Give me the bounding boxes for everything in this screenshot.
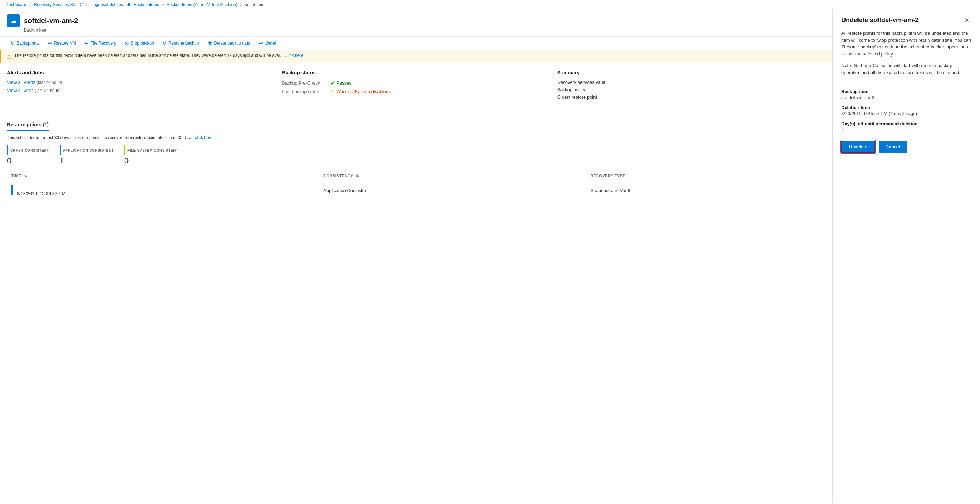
breadcrumb-dashboard[interactable]: Dashboard	[6, 2, 26, 7]
app-count: 1	[60, 156, 114, 165]
summary-col: Summary Recovery services vault Backup p…	[557, 70, 825, 102]
pre-check-value: Passed	[336, 80, 352, 86]
right-panel: Undelete softdel-vm-am-2 ✕ All restore p…	[832, 10, 980, 503]
breadcrumb-recovery-services[interactable]: Recovery Services BVTD2	[34, 2, 84, 7]
resume-backup-icon: ↺	[162, 40, 167, 46]
alerts-jobs-title: Alerts and Jobs	[7, 70, 275, 75]
col-consistency-label: CONSISTENCY	[323, 174, 353, 178]
undelete-toolbar-button[interactable]: ↩ Undel	[255, 38, 279, 48]
file-recovery-button[interactable]: ↩ File Recovery	[81, 38, 120, 48]
last-backup-label: Last backup status	[282, 89, 328, 94]
days-left-detail: Day(s) left until permanent deletion 2	[841, 121, 972, 132]
legend-crash-row: CRASH CONSISTENT	[7, 145, 49, 156]
cancel-button[interactable]: Cancel	[878, 141, 907, 153]
undelete-toolbar-icon: ↩	[259, 40, 263, 46]
warning-text: The restore points for this backup item …	[14, 53, 304, 58]
view-all-alerts-link[interactable]: View all Alerts	[7, 79, 35, 85]
backup-now-label: Backup now	[16, 41, 39, 46]
sort-consistency-icon[interactable]: ⇅	[356, 174, 359, 178]
check-icon: ✔	[331, 79, 335, 86]
consistency-legend: CRASH CONSISTENT 0 APPLICATION CONSISTEN…	[7, 145, 825, 165]
panel-divider	[841, 83, 972, 83]
crash-count: 0	[7, 156, 49, 165]
toolbar: ↻ Backup now ↩ Restore VM ↩ File Recover…	[0, 37, 832, 50]
deletion-time-detail: Deletion time 8/20/2019, 6:45:57 PM (1 d…	[841, 105, 972, 116]
breadcrumb-sep-3: >	[162, 2, 164, 7]
warning-banner: ⚠ The restore points for this backup ite…	[0, 50, 832, 63]
backup-item-detail: Backup item softdel-vm-am-2	[841, 89, 972, 100]
view-all-jobs-link[interactable]: View all Jobs	[7, 88, 34, 93]
item-subtitle: Backup Item	[24, 28, 825, 33]
warning-icon: ⚠	[7, 53, 11, 60]
undelete-button[interactable]: Undelete	[841, 141, 875, 153]
warning-link[interactable]: Click here.	[285, 53, 305, 58]
item-title: softdel-vm-am-2	[24, 17, 78, 25]
close-button[interactable]: ✕	[962, 16, 972, 24]
view-all-alerts-sub: (last 24 hours)	[37, 80, 64, 85]
alerts-jobs-col: Alerts and Jobs View all Alerts (last 24…	[7, 70, 275, 102]
filter-link[interactable]: click here.	[195, 135, 214, 140]
fs-label: FILE-SYSTEM CONSISTENT	[127, 148, 178, 152]
delete-backup-label: Delete backup data	[214, 41, 250, 46]
warning-message: The restore points for this backup item …	[14, 53, 283, 58]
summary-title: Summary	[557, 70, 825, 75]
resume-backup-label: Resume backup	[169, 41, 199, 46]
restore-points-title: Restore points (1)	[7, 122, 49, 131]
pre-check-label: Backup Pre-Check	[282, 80, 328, 86]
restore-table: TIME ⇅ CONSISTENCY ⇅ RECOVERY TYPE	[7, 171, 825, 200]
info-columns: Alerts and Jobs View all Alerts (last 24…	[7, 70, 825, 102]
col-recovery-type-label: RECOVERY TYPE	[590, 174, 625, 178]
main-layout: ☁ softdel-vm-am-2 Backup Item ↻ Backup n…	[0, 10, 980, 503]
pre-check-row: Backup Pre-Check ✔ Passed	[282, 79, 550, 86]
breadcrumb-vault-backup-items[interactable]: sogupsoftdeletevault - Backup items	[91, 2, 159, 7]
backup-now-icon: ↻	[11, 40, 15, 46]
backup-now-button[interactable]: ↻ Backup now	[7, 38, 43, 48]
breadcrumb-backup-items-azure[interactable]: Backup Items (Azure Virtual Machine)	[167, 2, 237, 7]
resume-backup-button[interactable]: ↺ Resume backup	[159, 38, 203, 48]
deletion-time-label: Deletion time	[841, 105, 972, 110]
legend-crash: CRASH CONSISTENT 0	[7, 145, 49, 165]
backup-item-label: Backup item	[841, 89, 972, 94]
table-row[interactable]: 8/13/2019, 12:39:32 PM Application Consi…	[7, 181, 825, 200]
fs-bar	[124, 145, 125, 156]
stop-backup-label: Stop backup	[130, 41, 154, 46]
last-backup-status: ⚠ Warning(Backup disabled)	[331, 89, 390, 94]
warn-icon: ⚠	[331, 89, 335, 94]
breadcrumb-current: softdel-vm-	[245, 2, 266, 7]
delete-backup-data-button[interactable]: 🗑 Delete backup data	[204, 38, 254, 48]
legend-fs-row: FILE-SYSTEM CONSISTENT	[124, 145, 178, 156]
stop-backup-button[interactable]: ⊘ Stop backup	[121, 38, 158, 48]
app-label: APPLICATION CONSISTENT	[63, 148, 114, 152]
panel-actions: Undelete Cancel	[841, 141, 972, 153]
legend-fs: FILE-SYSTEM CONSISTENT 0	[124, 145, 178, 165]
backup-item-value: softdel-vm-am-2	[841, 95, 972, 100]
deletion-time-value: 8/20/2019, 6:45:57 PM (1 day(s) ago)	[841, 111, 972, 116]
recovery-vault-label: Recovery services vault	[557, 79, 825, 85]
content-area: Alerts and Jobs View all Alerts (last 24…	[0, 63, 832, 122]
days-left-value: 2	[841, 127, 972, 132]
item-header-top: ☁ softdel-vm-am-2	[7, 14, 825, 27]
row-time-value: 8/13/2019, 12:39:32 PM	[17, 191, 66, 196]
filter-text: This list is filtered for last 30 days o…	[7, 135, 825, 140]
cell-recovery-type: Snapshot and Vault	[586, 181, 825, 200]
panel-header: Undelete softdel-vm-am-2 ✕	[841, 16, 972, 24]
stop-backup-icon: ⊘	[125, 40, 129, 46]
breadcrumb-sep-1: >	[29, 2, 31, 7]
view-all-jobs-sub: (last 24 hours)	[35, 88, 62, 93]
backup-policy-label: Backup policy	[557, 87, 825, 92]
col-recovery-type: RECOVERY TYPE	[586, 171, 825, 181]
filter-text-content: This list is filtered for last 30 days o…	[7, 135, 194, 140]
cell-consistency: Application Consistent	[319, 181, 586, 200]
panel-note: Note: Garbage Collection will start with…	[841, 62, 972, 76]
col-time: TIME ⇅	[7, 171, 319, 181]
pre-check-status: ✔ Passed	[331, 79, 352, 86]
restore-section: Restore points (1) This list is filtered…	[0, 122, 832, 207]
crash-bar	[7, 145, 8, 156]
left-panel: ☁ softdel-vm-am-2 Backup Item ↻ Backup n…	[0, 10, 832, 503]
legend-app-row: APPLICATION CONSISTENT	[60, 145, 114, 156]
sort-time-icon[interactable]: ⇅	[24, 174, 27, 178]
breadcrumb: Dashboard > Recovery Services BVTD2 > so…	[0, 0, 980, 10]
content-divider	[7, 109, 825, 109]
restore-vm-button[interactable]: ↩ Restore VM	[44, 38, 80, 48]
undelete-toolbar-label: Undel	[265, 41, 276, 46]
